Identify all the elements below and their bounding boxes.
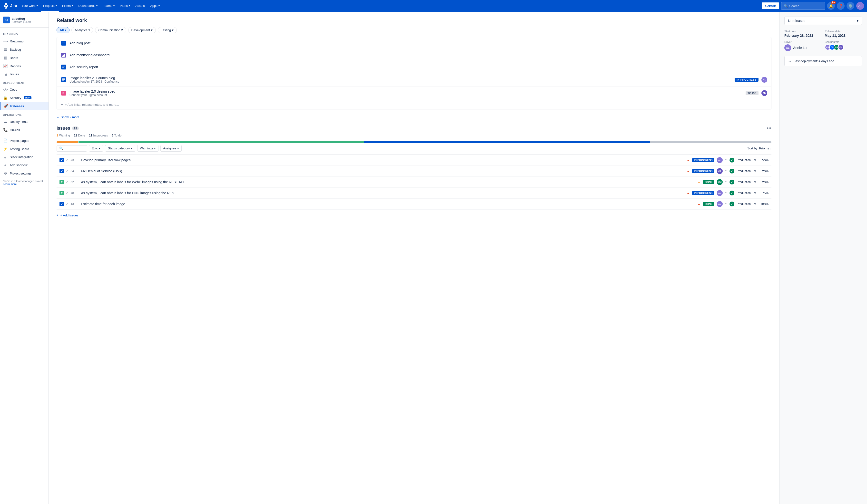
work-item[interactable]: Add monitoring dashboard (57, 49, 771, 61)
sidebar-item-releases[interactable]: 🚀 Releases (0, 102, 49, 110)
epic-filter[interactable]: Epic ▾ (89, 145, 103, 152)
testing-icon: ⚡ (3, 147, 8, 151)
sidebar-item-backlog[interactable]: ☰ Backlog (0, 46, 49, 53)
sidebar: AT atlbettog Software project PLANNING ⟶… (0, 12, 49, 504)
release-selector[interactable]: Unreleased ▾ (784, 17, 862, 25)
sidebar-item-testing-board[interactable]: ⚡ Testing Board (0, 145, 49, 153)
user-avatar[interactable]: AT (856, 2, 864, 10)
work-item[interactable]: Add blog post (57, 37, 771, 49)
add-link-button[interactable]: + + Add links, release notes, and more..… (57, 100, 771, 109)
progress-stats-row: 1 Warning 11 Done 11 In progress 6 To do (56, 134, 771, 143)
table-row[interactable]: ⬆ AT-52 As system, I can obtain labels f… (56, 177, 771, 188)
warnings-filter[interactable]: Warnings ▾ (137, 145, 159, 152)
issue-title: Develop primary user flow pages (81, 158, 684, 162)
notifications-button[interactable]: 🔔 9+ (827, 2, 835, 10)
sidebar-item-code[interactable]: </> Code (0, 86, 49, 94)
sidebar-item-roadmap[interactable]: ⟶ Roadmap (0, 37, 49, 45)
nav-apps[interactable]: Apps ▾ (148, 0, 162, 12)
assignee-filter[interactable]: Assignee ▾ (160, 145, 181, 152)
help-button[interactable]: ❓ (837, 2, 845, 10)
filter-tab-development[interactable]: Development 2 (128, 27, 156, 33)
svg-rect-14 (62, 79, 65, 80)
avatar: AL (717, 201, 722, 207)
more-options-button[interactable]: ••• (767, 126, 771, 131)
svg-rect-6 (63, 55, 64, 57)
table-row[interactable]: ✓ AT-13 Estimate time for each image ▲ D… (56, 199, 771, 210)
jira-logo[interactable]: Jira (3, 3, 17, 9)
sidebar-item-security[interactable]: 🔒 Security BETA (0, 94, 49, 102)
sidebar-item-project-pages[interactable]: 📄 Project pages (0, 137, 49, 144)
chevron-down-icon: ▾ (96, 4, 97, 7)
flag-icon: ⚑ (753, 180, 756, 184)
contributor-avatar: C4 (838, 44, 844, 50)
work-items-list: Add blog post Add monitoring dashboard A… (56, 37, 771, 109)
issue-id: AT-13 (66, 202, 78, 206)
driver: Driver AL Annie Lu (784, 41, 822, 51)
add-issues-button[interactable]: + + Add issues (56, 211, 771, 219)
priority-icon: ▲ (686, 191, 690, 195)
nav-filters[interactable]: Filters ▾ (60, 0, 75, 12)
task-icon: ✓ (60, 202, 64, 206)
task-icon: ✓ (60, 169, 64, 173)
branch-icon: ⑂ (725, 191, 727, 195)
status-badge: IN PROGRESS (692, 169, 714, 173)
avatar: AL (717, 157, 722, 163)
settings-button[interactable]: ⚙️ (846, 2, 854, 10)
sidebar-item-reports[interactable]: 📈 Reports (0, 62, 49, 70)
chevron-down-icon: ▾ (56, 4, 57, 7)
table-row[interactable]: ⬆ AT-48 As system, I can obtain labels f… (56, 188, 771, 199)
filter-tab-testing[interactable]: Testing 2 (158, 27, 177, 33)
create-button[interactable]: Create (762, 2, 779, 9)
work-item[interactable]: Add security report (57, 61, 771, 73)
priority-icon: ▲ (697, 202, 701, 206)
sidebar-item-slack[interactable]: # Slack integration (0, 153, 49, 161)
backlog-icon: ☰ (3, 47, 8, 52)
work-item[interactable]: Image labeller 2.0 launch blog Updated o… (57, 73, 771, 87)
status-filter[interactable]: Status category ▾ (105, 145, 135, 152)
sidebar-item-issues[interactable]: 🖥 Issues (0, 70, 49, 78)
progress-bar (56, 141, 771, 143)
nav-teams[interactable]: Teams ▾ (100, 0, 117, 12)
svg-rect-13 (62, 78, 65, 79)
global-search[interactable]: 🔍 Search (781, 2, 825, 10)
chevron-down-icon: ▾ (36, 4, 38, 7)
table-row[interactable]: ✓ AT-64 Fix Denial of Service (DoS) ▲ IN… (56, 166, 771, 177)
priority-icon: ▲ (686, 169, 690, 173)
project-name: atlbettog (12, 17, 31, 21)
start-date: Start date February 28, 2023 (784, 30, 822, 37)
search-input[interactable] (65, 146, 84, 150)
figma-icon: F (61, 90, 66, 96)
sidebar-item-board[interactable]: ▦ Board (0, 54, 49, 62)
nav-assets[interactable]: Assets (133, 0, 147, 12)
show-more-button[interactable]: ⌄ Show 2 more (56, 113, 771, 121)
settings-icon: ⚙ (3, 171, 8, 175)
doc-icon (61, 64, 66, 70)
chevron-down-icon: ▾ (131, 146, 133, 150)
chevron-down-icon: ▾ (159, 4, 160, 7)
issues-icon: 🖥 (3, 72, 8, 76)
nav-plans[interactable]: Plans ▾ (118, 0, 133, 12)
sidebar-item-project-settings[interactable]: ⚙ Project settings (0, 169, 49, 177)
nav-dashboards[interactable]: Dashboards ▾ (76, 0, 100, 12)
sidebar-item-add-shortcut[interactable]: + Add shortcut (0, 161, 49, 169)
nav-right: 🔍 Search 🔔 9+ ❓ ⚙️ AT (781, 2, 864, 10)
table-row[interactable]: ✓ AT-73 Develop primary user flow pages … (56, 154, 771, 166)
nav-your-work[interactable]: Your work ▾ (19, 0, 40, 12)
filter-tab-communication[interactable]: Communication 2 (95, 27, 126, 33)
roadmap-icon: ⟶ (3, 39, 8, 43)
filter-tab-all[interactable]: All 7 (56, 27, 69, 33)
svg-rect-10 (62, 67, 65, 67)
avatar: JD (761, 90, 767, 96)
nav-projects[interactable]: Projects ▾ (41, 0, 59, 12)
learn-more-link[interactable]: Learn more (3, 183, 17, 185)
add-shortcut-icon: + (3, 163, 8, 167)
filter-tab-analytics[interactable]: Analytics 1 (72, 27, 93, 33)
task-icon: ✓ (60, 158, 64, 162)
progress-pct: 20% (759, 180, 769, 184)
sidebar-item-oncall[interactable]: 📞 On-call (0, 126, 49, 134)
slack-icon: # (3, 155, 8, 159)
filter-tabs: All 7 Analytics 1 Communication 2 Develo… (56, 27, 771, 33)
work-item[interactable]: F Image labeler 2.0 design spec Connect … (57, 87, 771, 100)
issue-search[interactable]: 🔍 (56, 145, 87, 152)
sidebar-item-deployments[interactable]: ☁ Deployments (0, 118, 49, 125)
